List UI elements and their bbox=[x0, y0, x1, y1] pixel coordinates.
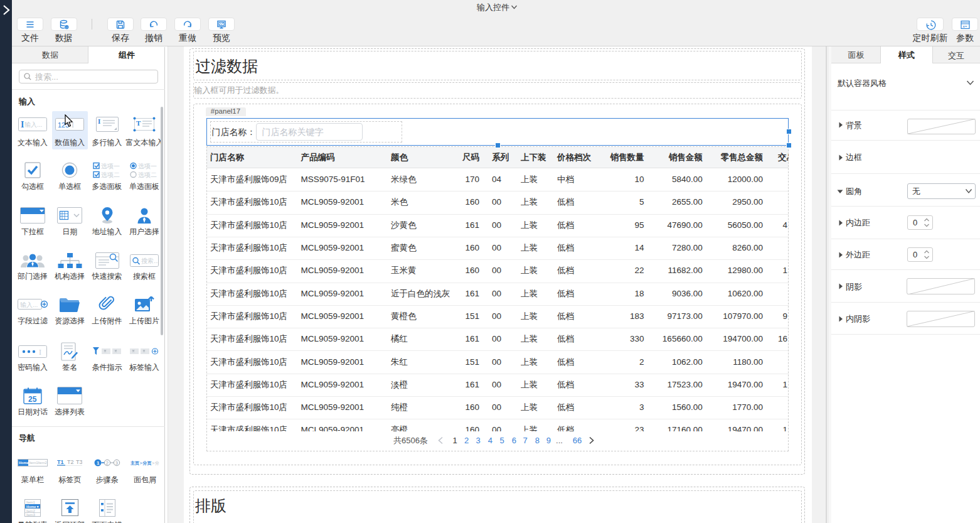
svg-text:选项一: 选项一 bbox=[138, 163, 157, 170]
svg-text:Item1: Item1 bbox=[26, 500, 35, 504]
svg-text:搜索...: 搜索... bbox=[141, 257, 159, 264]
svg-text:选项二: 选项二 bbox=[101, 171, 120, 178]
svg-text:Home: Home bbox=[19, 461, 29, 465]
svg-text:2: 2 bbox=[105, 460, 108, 465]
svg-text:25: 25 bbox=[28, 394, 37, 403]
svg-text:I: I bbox=[98, 117, 100, 125]
svg-text:T1: T1 bbox=[57, 459, 64, 465]
svg-text:>: > bbox=[140, 461, 142, 465]
svg-text:1: 1 bbox=[97, 460, 100, 465]
svg-text:输入...: 输入... bbox=[20, 301, 38, 308]
svg-text:主页: 主页 bbox=[130, 460, 139, 466]
svg-text:Item2: Item2 bbox=[38, 461, 47, 465]
svg-text:分页: 分页 bbox=[154, 461, 159, 466]
svg-text:选项二: 选项二 bbox=[138, 171, 157, 178]
svg-text:Home ▾: Home ▾ bbox=[26, 504, 39, 508]
svg-text:3: 3 bbox=[115, 460, 117, 465]
svg-text:Item3: Item3 bbox=[26, 512, 35, 516]
svg-text:分页: 分页 bbox=[142, 461, 152, 466]
svg-text:I: I bbox=[21, 120, 24, 129]
svg-text:输入...: 输入... bbox=[24, 121, 42, 128]
svg-text:T: T bbox=[136, 119, 141, 127]
svg-text:T2: T2 bbox=[67, 459, 74, 465]
svg-text:Item1: Item1 bbox=[29, 461, 38, 465]
svg-text:>: > bbox=[152, 461, 154, 465]
svg-text:x=: x= bbox=[962, 24, 967, 28]
svg-text:T3: T3 bbox=[76, 459, 82, 465]
svg-text:选项一: 选项一 bbox=[101, 163, 120, 170]
svg-text:I: I bbox=[39, 348, 41, 357]
